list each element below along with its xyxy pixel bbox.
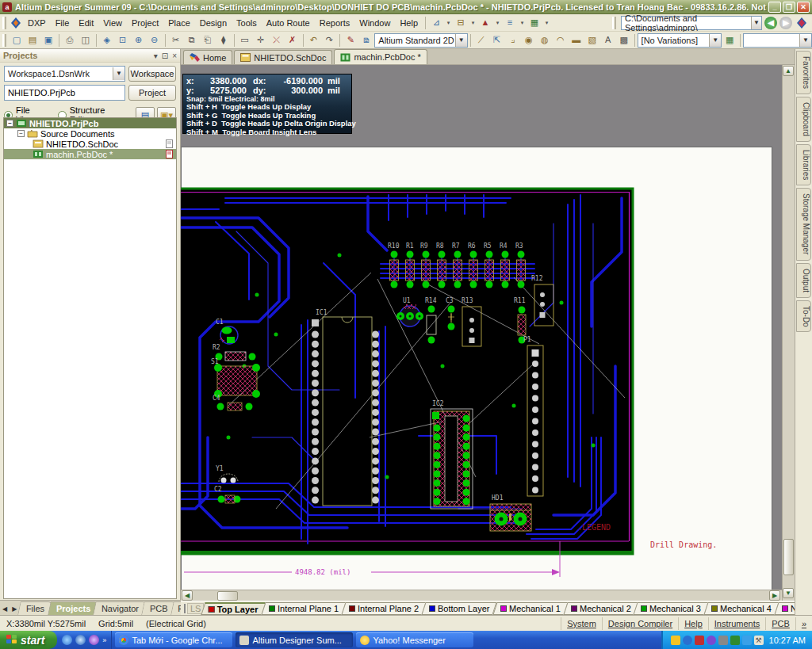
clear-filter-icon[interactable]: ✗ [285,33,300,48]
layer-tab-internal-plane-2[interactable]: Internal Plane 2 [342,602,427,615]
new-document-icon[interactable]: ▢ [10,33,24,48]
status-menu-system[interactable]: System [561,617,602,630]
layer-tab-mechanical-2[interactable]: Mechanical 2 [563,602,638,615]
panel-tab-navigator[interactable]: Navigator [93,601,147,615]
route-multi-icon[interactable]: ⟓ [506,33,520,48]
menu-file[interactable]: File [51,17,75,29]
collapse-icon[interactable]: − [17,130,25,137]
menu-place[interactable]: Place [163,17,195,29]
menu-tools[interactable]: Tools [232,17,262,29]
scroll-down-icon[interactable]: ▼ [783,588,794,598]
vertical-scrollbar[interactable]: ▲ ▼ [782,65,795,601]
chevron-down-icon[interactable]: ▼ [709,34,721,47]
menu-edit[interactable]: Edit [74,17,98,29]
variant-chip-icon[interactable]: ▦ [722,33,737,48]
zoom-out-icon[interactable]: ⊖ [147,33,162,48]
dropdown-arrow[interactable]: ▾ [469,16,477,30]
panel-tab-todo[interactable]: To-Do [796,300,811,333]
print-icon[interactable]: ⎙ [63,33,77,48]
forward-button[interactable]: ▶ [779,17,792,29]
task-chrome[interactable]: Tab Mới - Google Chr... [115,632,232,647]
panel-tab-clipboard[interactable]: Clipboard [796,97,811,142]
menu-project[interactable]: Project [127,17,163,29]
back-button[interactable]: ◀ [764,17,777,29]
variations-combo[interactable]: [No Variations] ▼ [638,33,722,48]
menu-design[interactable]: Design [195,17,232,29]
workspace-button[interactable]: Workspace [128,66,176,82]
menu-view[interactable]: View [98,17,127,29]
chevron-down-icon[interactable]: ▼ [113,67,124,80]
menu-window[interactable]: Window [354,17,395,29]
tray-app-icon[interactable] [707,636,716,645]
panel-tab-favorites[interactable]: Favorites [796,51,811,94]
pen-icon[interactable]: ✎ [343,33,358,48]
close-button[interactable]: ✕ [797,2,810,13]
interactive-routing-icon[interactable]: ⟋ [474,33,488,48]
project-field[interactable]: NHIETDO.PrjPcb [4,85,125,101]
quick-launch-overflow-icon[interactable]: » [102,636,106,644]
via-icon[interactable]: ◍ [538,33,552,48]
status-menu-design-compiler[interactable]: Design Compiler [602,617,678,630]
zoom-fit-icon[interactable]: ◈ [100,33,114,48]
panel-menu-icon[interactable]: ▾ [154,52,158,60]
quick-launch-browser-icon[interactable] [75,635,86,645]
zoom-area-icon[interactable]: ⊡ [116,33,130,48]
layer-tab-top-layer[interactable]: Top Layer [201,602,266,615]
board-view-icon[interactable]: ⊟ [454,16,468,30]
tab-scroll-left-icon[interactable]: ◀ [0,605,10,615]
tray-device-icon[interactable] [718,636,728,645]
copy-icon[interactable]: ⧉ [185,33,199,48]
tree-item-project[interactable]: − NHIETDO.PrjPcb [4,118,176,128]
workspace-combo[interactable]: Workspace1.DsnWrk ▼ [4,66,125,82]
task-altium[interactable]: Altium Designer Sum... [236,632,353,647]
pcb-editor-canvas[interactable]: R10 R1 R9 R8 R7 R6 R5 R4 R3 R12 R11 [181,65,795,601]
horizontal-scrollbar[interactable]: ◀ ▶ [181,590,782,601]
open-icon[interactable]: ▤ [25,33,40,48]
tray-network-icon[interactable] [683,636,692,645]
scroll-up-icon[interactable]: ▲ [783,66,794,76]
chevron-down-icon[interactable]: ▼ [455,34,467,47]
horizontal-scroll-thumb[interactable] [217,591,238,601]
task-yahoo[interactable]: Yahoo! Messenger [356,632,473,647]
extra-combo[interactable]: ▼ [743,33,812,48]
tray-messenger-icon[interactable] [671,636,680,645]
tree-item-source-documents[interactable]: − Source Documents [4,128,176,139]
mask-icon[interactable]: ▲ [478,16,492,30]
zoom-in-icon[interactable]: ⊕ [132,33,146,48]
status-menu-pcb[interactable]: PCB [765,617,795,630]
redo-icon[interactable]: ↷ [322,33,336,48]
project-button[interactable]: Project [128,85,176,101]
string-icon[interactable]: A [601,33,615,48]
chevron-down-icon[interactable]: ▼ [751,17,761,29]
menu-auto-route[interactable]: Auto Route [262,17,315,29]
panel-pin-icon[interactable]: ⊡ [162,52,168,60]
quick-launch-ie-icon[interactable] [62,635,72,645]
dropdown-arrow[interactable]: ▾ [519,16,526,30]
panel-tab-libraries[interactable]: Libraries [796,144,811,185]
layer-tab-mechanical-3[interactable]: Mechanical 3 [634,602,709,615]
move-icon[interactable]: ✛ [254,33,268,48]
quick-launch-app-icon[interactable] [89,635,99,645]
undo-icon[interactable]: ↶ [306,33,320,48]
layer-tab-internal-plane-1[interactable]: Internal Plane 1 [262,602,347,615]
tab-schdoc[interactable]: NHIETDO.SchDoc [234,50,332,64]
component-ic2[interactable]: IC2 [431,400,473,509]
tray-volume-icon[interactable] [695,636,704,645]
tab-home[interactable]: Home [183,50,232,64]
dropdown-arrow[interactable]: ▾ [445,16,452,30]
panel-tab-storage-manager[interactable]: Storage Manager [796,188,811,260]
status-menu-instruments[interactable]: Instruments [708,617,765,630]
panel-tab-output[interactable]: Output [796,263,811,298]
select-area-icon[interactable]: ▭ [238,33,252,48]
arc-icon[interactable]: ◠ [553,33,568,48]
layer-tab-mechanical-4[interactable]: Mechanical 4 [704,602,779,615]
dropdown-arrow[interactable]: ▾ [494,16,501,30]
room-icon[interactable]: ▦ [527,16,542,30]
snap-grid-icon[interactable]: ⊿ [429,16,443,30]
pad-icon[interactable]: ◉ [522,33,536,48]
dropdown-arrow[interactable]: ▾ [543,16,550,30]
fill-icon[interactable]: ▬ [569,33,584,48]
tree-item-schdoc[interactable]: NHIETDO.SchDoc [4,139,176,149]
menu-reports[interactable]: Reports [315,17,355,29]
save-icon[interactable]: ▣ [41,33,56,48]
